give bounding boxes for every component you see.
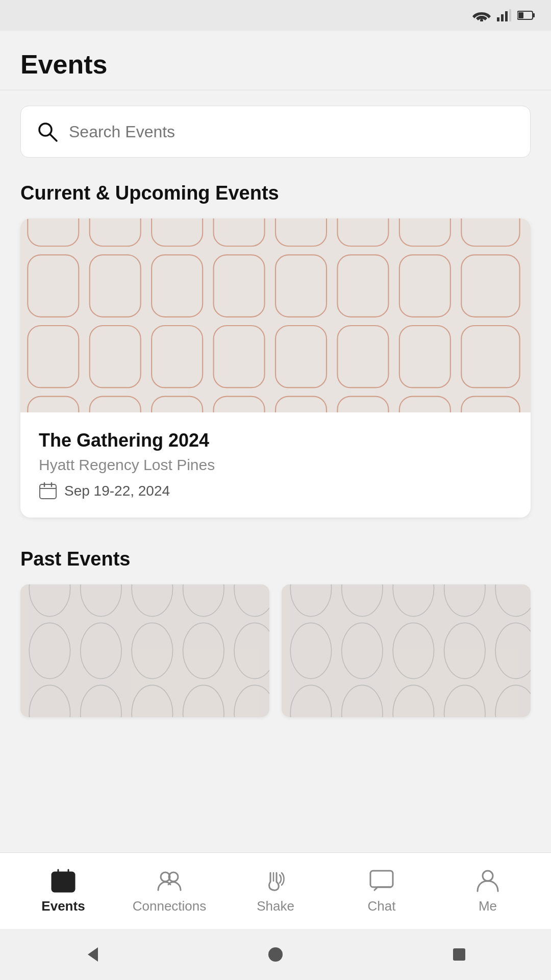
past-events-grid (20, 584, 531, 717)
event-card-image (20, 218, 531, 412)
svg-marker-88 (88, 947, 98, 962)
recents-button[interactable] (449, 944, 469, 965)
nav-item-me[interactable]: Me (449, 868, 526, 914)
calendar-icon (39, 482, 57, 500)
search-container[interactable] (20, 106, 531, 158)
event-card-info: The Gathering 2024 Hyatt Regency Lost Pi… (20, 412, 531, 518)
event-name: The Gathering 2024 (39, 430, 512, 451)
search-input[interactable] (69, 122, 515, 141)
past-event-card[interactable] (20, 584, 269, 717)
me-icon (474, 868, 501, 894)
events-label: Events (41, 898, 85, 914)
shake-icon (262, 868, 289, 894)
svg-rect-6 (533, 13, 535, 17)
past-events-section: Past Events (20, 548, 531, 717)
svg-rect-86 (370, 871, 393, 887)
main-content: Current & Upcoming Events (0, 90, 551, 852)
wifi-icon (472, 9, 491, 21)
home-button[interactable] (265, 944, 286, 965)
status-bar (0, 0, 551, 31)
current-events-title: Current & Upcoming Events (20, 182, 531, 204)
event-date: Sep 19-22, 2024 (64, 483, 170, 499)
page-header: Events (0, 31, 551, 90)
page-title: Events (20, 49, 531, 80)
shake-label: Shake (257, 898, 294, 914)
past-event-image-1 (20, 584, 269, 717)
back-button[interactable] (82, 944, 102, 965)
connections-icon (156, 868, 183, 894)
svg-rect-7 (518, 12, 523, 18)
nav-item-connections[interactable]: Connections (131, 868, 208, 914)
event-card[interactable]: The Gathering 2024 Hyatt Regency Lost Pi… (20, 218, 531, 518)
battery-icon (517, 10, 536, 20)
event-pattern (20, 218, 531, 412)
signal-icon (497, 9, 511, 21)
chat-icon (368, 868, 395, 894)
past-event-card-2[interactable] (282, 584, 531, 717)
bottom-nav: Events Connections Shake (0, 852, 551, 929)
search-icon (36, 120, 59, 143)
event-date-row: Sep 19-22, 2024 (39, 482, 512, 500)
svg-point-87 (483, 871, 493, 881)
android-nav-bar (0, 929, 551, 980)
me-label: Me (479, 898, 497, 914)
connections-label: Connections (133, 898, 207, 914)
current-events-section: Current & Upcoming Events (20, 182, 531, 518)
svg-rect-1 (497, 17, 499, 21)
events-icon (50, 868, 77, 894)
nav-item-shake[interactable]: Shake (237, 868, 314, 914)
svg-rect-90 (453, 948, 465, 961)
past-events-title: Past Events (20, 548, 531, 570)
nav-item-chat[interactable]: Chat (343, 868, 420, 914)
svg-rect-3 (505, 11, 508, 21)
event-location: Hyatt Regency Lost Pines (39, 456, 512, 474)
svg-rect-63 (282, 584, 531, 717)
svg-rect-4 (509, 9, 511, 21)
svg-rect-83 (56, 881, 61, 886)
svg-rect-43 (40, 484, 56, 499)
svg-point-0 (480, 19, 483, 21)
svg-point-89 (268, 947, 283, 962)
svg-rect-47 (20, 584, 269, 717)
nav-item-events[interactable]: Events (25, 868, 102, 914)
chat-label: Chat (368, 898, 396, 914)
svg-rect-2 (501, 14, 504, 21)
past-event-image-2 (282, 584, 531, 717)
svg-rect-79 (52, 872, 74, 892)
svg-line-9 (50, 134, 57, 141)
